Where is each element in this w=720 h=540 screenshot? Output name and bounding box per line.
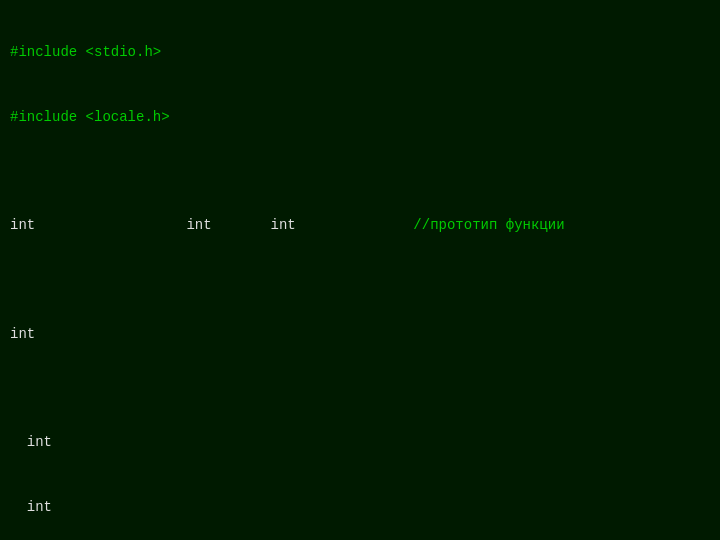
main-int: int <box>10 326 35 342</box>
var2: int <box>10 499 52 515</box>
prototype-line: int int int //прототип функции <box>10 217 565 233</box>
code-editor: #include <stdio.h> #include <locale.h> i… <box>10 20 710 540</box>
include-locale: #include <locale.h> <box>10 109 170 125</box>
var1: int <box>10 434 52 450</box>
include-stdio: #include <stdio.h> <box>10 44 161 60</box>
